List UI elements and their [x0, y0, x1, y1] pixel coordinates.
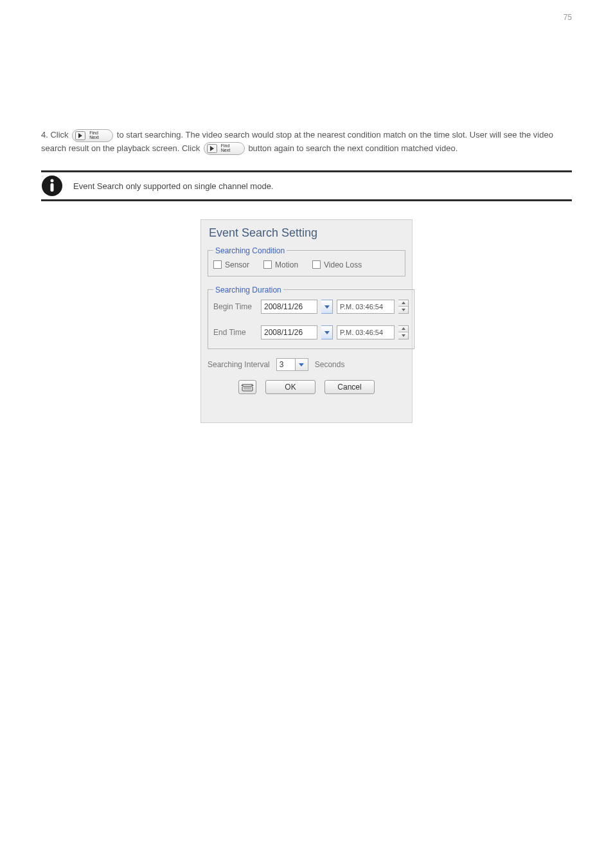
svg-marker-12	[402, 334, 405, 337]
find-next-button-image: FindNext	[72, 129, 113, 142]
instruction-paragraph: 4. Click FindNext to start searching. Th…	[41, 129, 572, 155]
spinner-up[interactable]	[398, 300, 408, 307]
chevron-down-icon	[401, 308, 406, 312]
event-search-setting-dialog: Event Search Setting Searching Condition…	[200, 219, 413, 423]
dialog-footer-spacer	[205, 394, 408, 416]
chevron-down-icon	[401, 334, 406, 338]
svg-point-5	[51, 179, 54, 182]
searching-duration-group: Searching Duration Begin Time 2008/11/26…	[208, 285, 414, 349]
svg-marker-11	[402, 327, 405, 330]
begin-time-label: Begin Time	[213, 302, 257, 311]
text-fragment: to start searching. The video search wou…	[117, 130, 381, 140]
chevron-up-icon	[401, 327, 406, 330]
info-callout: Event Search only supported on single ch…	[41, 170, 572, 201]
spinner-down[interactable]	[398, 307, 408, 313]
text-fragment: 4. Click	[41, 130, 71, 140]
find-next-icon-label: FindNext	[89, 131, 98, 140]
video-loss-checkbox[interactable]: Video Loss	[312, 260, 362, 269]
end-date-dropdown[interactable]	[321, 325, 333, 339]
checkbox-label: Sensor	[225, 260, 249, 269]
spinner-down[interactable]	[398, 332, 408, 339]
begin-time-spinner[interactable]	[398, 300, 409, 314]
chevron-down-icon	[298, 361, 305, 368]
searching-condition-group: Searching Condition Sensor Motion Video …	[208, 246, 405, 276]
svg-marker-10	[324, 331, 330, 334]
svg-marker-13	[299, 363, 304, 366]
end-time-input[interactable]: P.M. 03:46:54	[337, 325, 395, 339]
end-time-spinner[interactable]	[398, 325, 409, 339]
checkbox-icon	[312, 260, 321, 269]
end-time-label: End Time	[213, 328, 257, 337]
spinner-up[interactable]	[398, 326, 408, 333]
searching-interval-label: Searching Interval	[208, 360, 270, 369]
text-fragment: button again to search the next conditio…	[248, 143, 458, 153]
chevron-down-icon	[324, 329, 330, 336]
cancel-button[interactable]: Cancel	[324, 380, 375, 394]
interval-dropdown-button[interactable]	[296, 358, 308, 371]
page-number: 75	[564, 13, 572, 22]
interval-unit-label: Seconds	[315, 360, 345, 369]
begin-time-input[interactable]: P.M. 03:46:54	[337, 300, 395, 314]
checkbox-icon	[213, 260, 222, 269]
svg-marker-9	[402, 309, 405, 311]
begin-date-dropdown[interactable]	[321, 300, 333, 314]
end-date-input[interactable]: 2008/11/26	[261, 325, 317, 339]
begin-date-input[interactable]: 2008/11/26	[261, 300, 317, 314]
checkbox-label: Motion	[275, 260, 298, 269]
checkbox-icon	[263, 260, 272, 269]
motion-checkbox[interactable]: Motion	[263, 260, 298, 269]
find-next-button-image: FindNext	[204, 142, 245, 155]
svg-rect-17	[242, 386, 253, 391]
sensor-checkbox[interactable]: Sensor	[213, 260, 249, 269]
info-icon	[41, 175, 63, 197]
interval-select[interactable]: 3	[276, 358, 308, 371]
interval-value: 3	[276, 358, 296, 371]
svg-rect-6	[51, 183, 54, 192]
checkbox-label: Video Loss	[324, 260, 362, 269]
dialog-title: Event Search Setting	[205, 224, 408, 246]
text-fragment: Click	[182, 143, 202, 153]
keyboard-button[interactable]	[238, 380, 256, 394]
keyboard-icon	[241, 383, 254, 392]
svg-marker-7	[324, 305, 330, 309]
find-next-icon-label: FindNext	[221, 143, 230, 152]
chevron-down-icon	[324, 303, 330, 310]
ok-button[interactable]: OK	[265, 380, 315, 394]
info-text: Event Search only supported on single ch…	[73, 179, 572, 193]
searching-duration-legend: Searching Duration	[213, 285, 283, 294]
chevron-up-icon	[401, 301, 406, 305]
svg-marker-8	[402, 302, 405, 304]
searching-condition-legend: Searching Condition	[213, 246, 287, 255]
